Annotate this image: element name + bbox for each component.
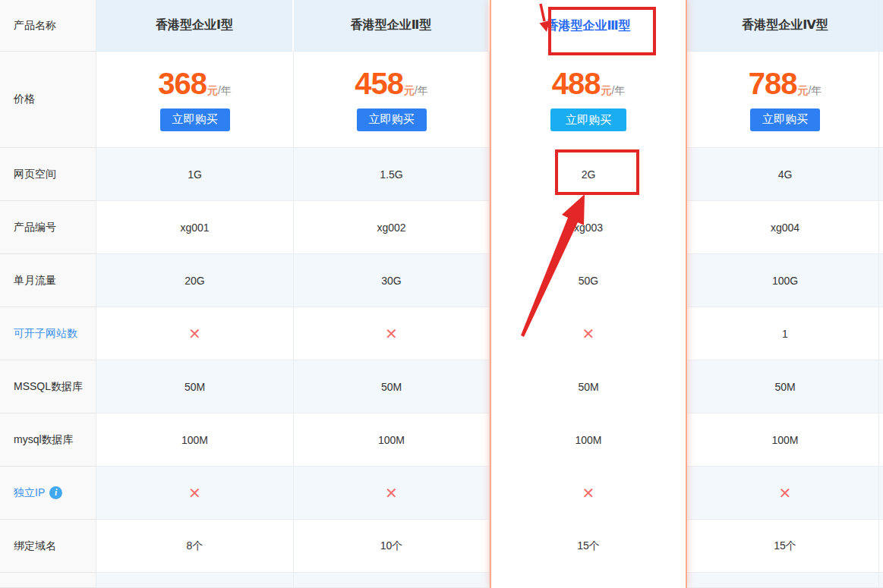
row-label-price: 价格 <box>0 52 96 148</box>
cell-value: 50M <box>381 381 402 393</box>
plan2-header: 香港型企业Ⅱ型 <box>294 0 490 52</box>
price-period: /年 <box>808 85 822 96</box>
cell-dedicated-ip-plan2: ✕ <box>294 467 490 520</box>
row-label-text: 绑定域名 <box>14 539 56 553</box>
cell-mssql-db-plan1: 50M <box>96 360 294 413</box>
row-label-text: 网页空间 <box>14 168 56 181</box>
cell-value: 1G <box>188 168 202 181</box>
row-label-monthly-traffic: 单月流量 <box>0 254 96 307</box>
price-unit: 元 <box>601 85 611 96</box>
plan2-price-cell: 458 元 /年 立即购买 <box>294 52 490 148</box>
annotation-arrow-small <box>535 2 554 35</box>
cell-sub-sites-plan1: ✕ <box>96 307 294 360</box>
cell-bound-domains-plan1: 8个 <box>96 520 294 573</box>
plan1-header: 香港型企业Ⅰ型 <box>96 0 294 52</box>
cell-value: 30G <box>381 275 401 287</box>
row-label-text: mysql数据库 <box>14 433 74 447</box>
plan1-name: 香港型企业Ⅰ型 <box>156 17 233 33</box>
row-label-product-name: 产品名称 <box>0 0 96 52</box>
cell-value: 100M <box>378 434 405 446</box>
cell-bound-domains-plan3: 15个 <box>490 520 687 573</box>
row-label-text: 单月流量 <box>14 274 56 288</box>
table-row-bound-domains: 绑定域名8个10个15个15个 <box>0 520 883 573</box>
cell-value: xg004 <box>771 222 799 234</box>
buy-button-plan1[interactable]: 立即购买 <box>160 108 230 131</box>
price-unit: 元 <box>797 85 808 96</box>
table-row-partial <box>0 573 883 588</box>
row-label-text[interactable]: 独立IP <box>14 486 45 500</box>
table-row-sub-sites: 可开子网站数✕✕✕1 <box>0 307 883 360</box>
table-right-edge <box>878 0 879 588</box>
cell-mssql-db-plan4: 50M <box>687 360 883 413</box>
buy-button-plan2[interactable]: 立即购买 <box>357 108 427 131</box>
row-label-text: MSSQL数据库 <box>14 380 83 394</box>
cell-value: 4G <box>778 168 793 181</box>
cell-web-space-plan2: 1.5G <box>294 148 490 201</box>
cell-dedicated-ip-plan1: ✕ <box>96 467 294 520</box>
row-label-mysql-db: mysql数据库 <box>0 413 96 467</box>
cell-web-space-plan1: 1G <box>96 148 294 201</box>
price-period: /年 <box>611 85 625 96</box>
price-period: /年 <box>218 85 232 96</box>
table-body: 网页空间1G1.5G2G4G产品编号xg001xg002xg003xg004单月… <box>0 148 883 588</box>
table-row-monthly-traffic: 单月流量20G30G50G100G <box>0 254 883 307</box>
table-row-product-code: 产品编号xg001xg002xg003xg004 <box>0 201 883 254</box>
row-label-text[interactable]: 可开子网站数 <box>14 327 77 341</box>
price-number: 788 <box>749 68 797 99</box>
cross-mark-icon: ✕ <box>385 484 398 502</box>
cell-mysql-db-plan4: 100M <box>687 413 883 467</box>
price-number: 488 <box>552 68 601 99</box>
row-label-web-space: 网页空间 <box>0 148 96 201</box>
table-row-web-space: 网页空间1G1.5G2G4G <box>0 148 883 201</box>
plan1-price-cell: 368 元 /年 立即购买 <box>96 52 294 148</box>
cell-bound-domains-plan4: 15个 <box>687 520 883 573</box>
hosting-plan-comparison-table: 产品名称 香港型企业Ⅰ型 香港型企业Ⅱ型 香港型企业Ⅲ型 香港型企业Ⅳ型 价格 … <box>0 0 883 588</box>
price-number: 458 <box>355 68 403 99</box>
cell-value: 10个 <box>380 539 403 553</box>
plan3-price-cell: 488 元 /年 立即购买 <box>490 52 687 148</box>
buy-button-plan4[interactable]: 立即购买 <box>750 108 820 131</box>
cell-mssql-db-plan3: 50M <box>490 360 687 413</box>
row-label-bound-domains: 绑定域名 <box>0 520 96 573</box>
table-row-mysql-db: mysql数据库100M100M100M100M <box>0 413 883 467</box>
cell-value: 100M <box>771 434 798 446</box>
row-label-product-code: 产品编号 <box>0 201 96 254</box>
plan3-price: 488 元 /年 <box>552 68 626 99</box>
cell-value: 100M <box>181 434 208 446</box>
cell-value: 50M <box>578 381 598 393</box>
cross-mark-icon: ✕ <box>779 484 792 502</box>
cell-value: 1.5G <box>380 168 402 181</box>
plan4-name: 香港型企业Ⅳ型 <box>742 17 828 33</box>
table-price-row: 价格 368 元 /年 立即购买 458 元 /年 立即购买 488 元 /年 <box>0 52 883 148</box>
row-label-dedicated-ip[interactable]: 独立IPi <box>0 467 96 520</box>
cell-value: 1 <box>782 328 788 340</box>
buy-button-plan3[interactable]: 立即购买 <box>550 108 626 131</box>
row-label-mssql-db: MSSQL数据库 <box>0 360 96 413</box>
row-label-partial <box>0 573 96 588</box>
cross-mark-icon: ✕ <box>188 325 201 343</box>
cell-web-space-plan4: 4G <box>687 148 883 201</box>
cross-mark-icon: ✕ <box>582 484 595 502</box>
cell-dedicated-ip-plan4: ✕ <box>687 467 883 520</box>
cell-value: 8个 <box>187 539 203 553</box>
table-header-row: 产品名称 香港型企业Ⅰ型 香港型企业Ⅱ型 香港型企业Ⅲ型 香港型企业Ⅳ型 <box>0 0 883 52</box>
cell-dedicated-ip-plan3: ✕ <box>490 467 687 520</box>
cell-value: xg001 <box>180 222 209 234</box>
row-label-sub-sites[interactable]: 可开子网站数 <box>0 307 96 360</box>
cell-value: 50M <box>184 381 205 393</box>
table-row-mssql-db: MSSQL数据库50M50M50M50M <box>0 360 883 413</box>
cell-value: 15个 <box>577 539 600 553</box>
cell-monthly-traffic-plan1: 20G <box>96 254 294 307</box>
cell-bound-domains-plan2: 10个 <box>294 520 490 573</box>
info-icon[interactable]: i <box>49 486 62 499</box>
cell-mysql-db-plan2: 100M <box>294 413 490 467</box>
cell-value: 20G <box>184 275 204 287</box>
annotation-arrow-large <box>515 188 598 344</box>
cell-partial-plan2 <box>294 573 490 588</box>
plan4-price: 788 元 /年 <box>749 68 822 99</box>
table-row-dedicated-ip: 独立IPi✕✕✕✕ <box>0 467 883 520</box>
cell-product-code-plan1: xg001 <box>96 201 294 254</box>
plan2-name: 香港型企业Ⅱ型 <box>351 17 432 33</box>
cell-product-code-plan4: xg004 <box>687 201 883 254</box>
row-label-text: 产品编号 <box>14 221 56 234</box>
